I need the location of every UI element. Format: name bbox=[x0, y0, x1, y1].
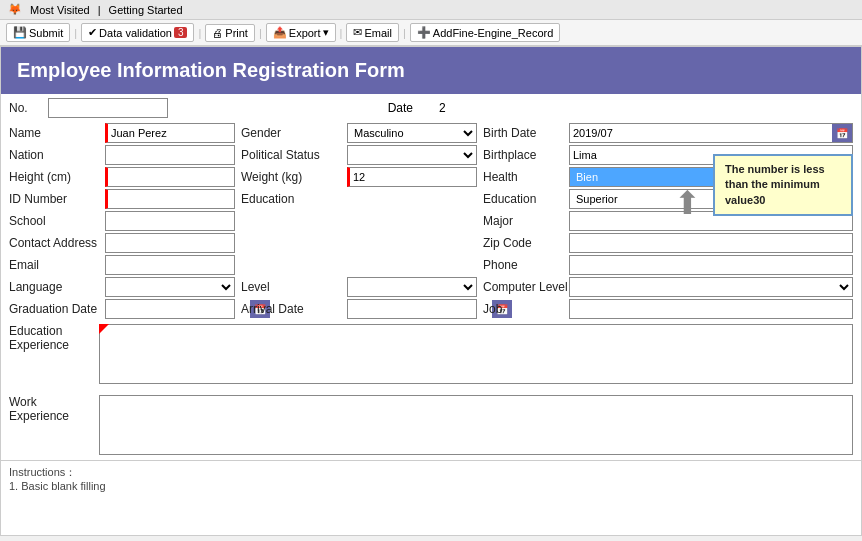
instructions-section: Instructions： 1. Basic blank filling bbox=[1, 460, 861, 496]
political-status-select[interactable] bbox=[348, 146, 476, 164]
phone-label: Phone bbox=[483, 258, 563, 272]
work-experience-label: Experience bbox=[9, 409, 99, 423]
export-button[interactable]: 📤 Export ▾ bbox=[266, 23, 336, 42]
arrival-date-label: Arrival Date bbox=[241, 302, 341, 316]
form-inner: The number is less than the minimum valu… bbox=[1, 94, 861, 460]
form-header: Employee Information Registration Form bbox=[1, 47, 861, 94]
birth-date-input[interactable] bbox=[570, 127, 832, 139]
row-name-gender-birthdate: Name Gender Masculino Femenino Birth Dat… bbox=[1, 122, 861, 144]
job-label: Job bbox=[483, 302, 563, 316]
experience-label: Experience bbox=[9, 338, 99, 352]
education-experience-textarea[interactable] bbox=[99, 324, 853, 384]
nation-input[interactable] bbox=[105, 145, 235, 165]
name-label: Name bbox=[9, 126, 99, 140]
print-icon: 🖨 bbox=[212, 27, 223, 39]
school-label: School bbox=[9, 214, 99, 228]
health-label: Health bbox=[483, 170, 563, 184]
form-container: Employee Information Registration Form T… bbox=[0, 46, 862, 536]
add-fine-button[interactable]: ➕ AddFine-Engine_Record bbox=[410, 23, 560, 42]
instructions-line1: 1. Basic blank filling bbox=[9, 480, 853, 492]
grad-date-wrap[interactable]: 📅 bbox=[105, 299, 235, 319]
gender-select-wrap[interactable]: Masculino Femenino bbox=[347, 123, 477, 143]
political-status-wrap[interactable] bbox=[347, 145, 477, 165]
gender-label: Gender bbox=[241, 126, 341, 140]
level-select[interactable] bbox=[348, 278, 476, 296]
email-input[interactable] bbox=[105, 255, 235, 275]
tooltip-text: The number is less than the minimum valu… bbox=[725, 163, 825, 206]
browser-bar: 🦊 Most Visited | Getting Started bbox=[0, 0, 862, 20]
name-input[interactable] bbox=[105, 123, 235, 143]
no-date-row: No. Date 2 bbox=[1, 94, 861, 122]
browser-icon: 🦊 bbox=[8, 3, 22, 16]
job-input[interactable] bbox=[569, 299, 853, 319]
toolbar: 💾 Submit | ✔ Data validation 3 | 🖨 Print… bbox=[0, 20, 862, 46]
date-value: 2 bbox=[439, 101, 446, 115]
submit-button[interactable]: 💾 Submit bbox=[6, 23, 70, 42]
education-exp-label: Education bbox=[9, 324, 99, 338]
language-label: Language bbox=[9, 280, 99, 294]
birth-date-wrap[interactable]: 📅 bbox=[569, 123, 853, 143]
data-validation-button[interactable]: ✔ Data validation 3 bbox=[81, 23, 194, 42]
row-email-phone: Email Phone bbox=[1, 254, 861, 276]
data-validation-badge: 3 bbox=[174, 27, 188, 38]
phone-input[interactable] bbox=[569, 255, 853, 275]
height-label: Height (cm) bbox=[9, 170, 99, 184]
major-label: Major bbox=[483, 214, 563, 228]
school-input[interactable] bbox=[105, 211, 235, 231]
most-visited-link[interactable]: Most Visited bbox=[30, 4, 90, 16]
data-validation-icon: ✔ bbox=[88, 26, 97, 39]
computer-level-select[interactable] bbox=[570, 278, 852, 296]
political-status-label: Political Status bbox=[241, 148, 341, 162]
birth-date-label: Birth Date bbox=[483, 126, 563, 140]
computer-level-label: Computer Level bbox=[483, 280, 563, 294]
education-label: Education bbox=[241, 192, 341, 206]
edu-red-marker bbox=[99, 324, 109, 334]
birth-date-calendar-icon[interactable]: 📅 bbox=[832, 124, 852, 142]
export-icon: 📤 bbox=[273, 26, 287, 39]
weight-input[interactable] bbox=[347, 167, 477, 187]
row-grad-arrival-job: Graduation Date 📅 Arrival Date 📅 Job bbox=[1, 298, 861, 320]
computer-level-select-wrap[interactable] bbox=[569, 277, 853, 297]
no-label: No. bbox=[9, 101, 28, 115]
row-contact-zip: Contact Address Zip Code bbox=[1, 232, 861, 254]
work-experience-section: Work Experience bbox=[1, 393, 861, 460]
education-experience-section: Education Experience bbox=[1, 322, 861, 389]
getting-started-link[interactable]: Getting Started bbox=[109, 4, 183, 16]
work-exp-label: Work bbox=[9, 395, 99, 409]
level-label: Level bbox=[241, 280, 341, 294]
grad-date-input[interactable] bbox=[106, 303, 250, 315]
add-fine-icon: ➕ bbox=[417, 26, 431, 39]
weight-label: Weight (kg) bbox=[241, 170, 341, 184]
id-number-label: ID Number bbox=[9, 192, 99, 206]
grad-date-label: Graduation Date bbox=[9, 302, 99, 316]
form-title: Employee Information Registration Form bbox=[17, 59, 405, 81]
gender-select[interactable]: Masculino Femenino bbox=[348, 124, 476, 142]
instructions-title: Instructions： bbox=[9, 465, 853, 480]
education-label2: Education bbox=[483, 192, 563, 206]
language-select-wrap[interactable] bbox=[105, 277, 235, 297]
nation-label: Nation bbox=[9, 148, 99, 162]
submit-icon: 💾 bbox=[13, 26, 27, 39]
upload-icon: ⬆ bbox=[674, 185, 701, 221]
arrival-date-input[interactable] bbox=[348, 303, 492, 315]
id-number-input[interactable] bbox=[105, 189, 235, 209]
zip-label: Zip Code bbox=[483, 236, 563, 250]
no-input[interactable] bbox=[48, 98, 168, 118]
contact-label: Contact Address bbox=[9, 236, 99, 250]
height-input[interactable] bbox=[105, 167, 235, 187]
contact-input[interactable] bbox=[105, 233, 235, 253]
row-language-level-computer: Language Level Computer Level bbox=[1, 276, 861, 298]
email-label: Email bbox=[9, 258, 99, 272]
level-select-wrap[interactable] bbox=[347, 277, 477, 297]
arrival-date-wrap[interactable]: 📅 bbox=[347, 299, 477, 319]
date-label: Date bbox=[388, 101, 413, 115]
zip-input[interactable] bbox=[569, 233, 853, 253]
work-experience-textarea[interactable] bbox=[99, 395, 853, 455]
print-button[interactable]: 🖨 Print bbox=[205, 24, 255, 42]
upload-button[interactable]: ⬆ bbox=[674, 184, 701, 222]
email-button[interactable]: ✉ Email bbox=[346, 23, 399, 42]
tooltip-box: The number is less than the minimum valu… bbox=[713, 154, 853, 216]
birthplace-label: Birthplace bbox=[483, 148, 563, 162]
email-icon: ✉ bbox=[353, 26, 362, 39]
language-select[interactable] bbox=[106, 278, 234, 296]
